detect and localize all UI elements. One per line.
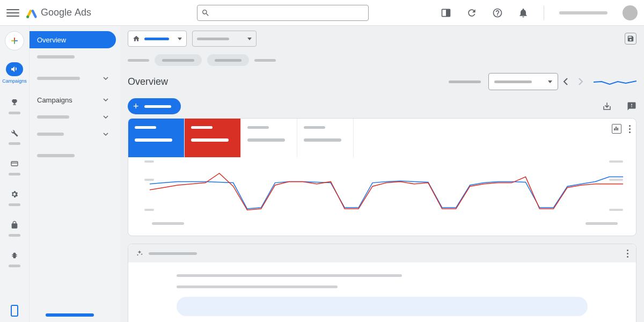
- rail-bug[interactable]: [6, 248, 23, 267]
- help-icon[interactable]: [492, 8, 503, 18]
- logo[interactable]: Google Ads: [26, 7, 91, 19]
- sidebar-item[interactable]: [30, 70, 116, 87]
- title-row: Overview: [120, 69, 644, 94]
- next-period-button[interactable]: [573, 73, 588, 90]
- rail-label-placeholder: [9, 112, 20, 114]
- metric-tab[interactable]: [128, 119, 185, 157]
- filter-chips: [120, 52, 644, 69]
- rail-goals[interactable]: [6, 96, 23, 114]
- rail-billing[interactable]: [6, 157, 23, 175]
- megaphone-icon: [10, 65, 19, 74]
- text-placeholder: [177, 286, 338, 288]
- text-placeholder: [177, 274, 402, 277]
- placeholder: [149, 252, 197, 255]
- placeholder: [144, 38, 169, 40]
- svg-rect-5: [614, 128, 615, 130]
- metric-tabs: [128, 119, 636, 157]
- legend-placeholder: [586, 222, 618, 225]
- svg-point-0: [26, 15, 29, 18]
- rail-security[interactable]: [6, 218, 23, 237]
- google-ads-logo-icon: [26, 7, 38, 19]
- metric-tab[interactable]: [185, 119, 241, 157]
- svg-rect-6: [616, 127, 617, 130]
- save-view-button[interactable]: [625, 33, 636, 45]
- appearance-icon[interactable]: [441, 8, 451, 18]
- feedback-icon[interactable]: [627, 101, 636, 111]
- sidebar-item[interactable]: [30, 147, 116, 164]
- sidebar-item-label: Overview: [37, 36, 66, 44]
- placeholder: [494, 80, 532, 83]
- download-icon[interactable]: [602, 101, 612, 111]
- rail-tools[interactable]: [6, 126, 23, 145]
- rail-campaigns-label: Campaigns: [2, 78, 27, 84]
- sidebar-label-placeholder: [37, 154, 75, 157]
- chevron-down-icon: [548, 80, 552, 83]
- sidebar-item-label: Campaigns: [37, 96, 72, 104]
- sidebar-item[interactable]: [30, 126, 116, 143]
- legend-placeholder: [152, 222, 184, 225]
- menu-icon[interactable]: [6, 6, 19, 19]
- svg-rect-7: [617, 128, 618, 130]
- prev-period-button[interactable]: [558, 73, 573, 90]
- avatar[interactable]: [623, 5, 638, 20]
- insight-cta[interactable]: [177, 297, 588, 316]
- sidebar-label-placeholder: [37, 77, 80, 80]
- rail-label-placeholder: [9, 203, 20, 206]
- date-range-picker[interactable]: [488, 73, 558, 90]
- sidebar-label-placeholder: [37, 133, 64, 136]
- more-icon[interactable]: [629, 125, 631, 133]
- sidebar-item[interactable]: [30, 48, 116, 65]
- separator: [544, 5, 544, 20]
- wrench-icon: [10, 129, 19, 137]
- rail-label-placeholder: [9, 234, 20, 237]
- chevron-down-icon: [247, 38, 252, 40]
- placeholder: [162, 59, 194, 62]
- rail-label-placeholder: [9, 173, 20, 175]
- notifications-icon[interactable]: [518, 8, 529, 18]
- filter-chip[interactable]: [207, 54, 249, 66]
- metric-tab[interactable]: [241, 119, 297, 157]
- sparkline: [594, 77, 636, 86]
- logo-text: Google Ads: [41, 7, 91, 18]
- header-actions: [441, 5, 638, 20]
- sidebar-item-campaigns[interactable]: Campaigns: [30, 91, 116, 108]
- sidebar-label-placeholder: [37, 115, 69, 119]
- chevron-down-icon: [103, 76, 108, 81]
- performance-chart-card: [128, 118, 636, 236]
- metric-tab[interactable]: [297, 119, 354, 157]
- rail-label-placeholder: [9, 265, 20, 267]
- nav-rail: Campaigns: [0, 26, 29, 322]
- bug-icon: [10, 251, 19, 260]
- create-button[interactable]: [5, 31, 24, 50]
- scope-selector[interactable]: [192, 31, 257, 47]
- insights-body: [128, 262, 636, 322]
- placeholder: [144, 105, 171, 108]
- save-icon: [627, 35, 634, 42]
- chart-icon: [613, 126, 619, 131]
- refresh-icon[interactable]: [466, 8, 477, 18]
- rail-admin[interactable]: [6, 187, 23, 206]
- chevron-down-icon: [103, 131, 108, 137]
- account-selector[interactable]: [128, 31, 187, 47]
- sidebar-item-overview[interactable]: Overview: [30, 31, 116, 48]
- app-header: Google Ads: [0, 0, 644, 26]
- sidebar-item[interactable]: [30, 108, 116, 126]
- more-icon[interactable]: [627, 250, 628, 258]
- chevron-down-icon: [178, 38, 182, 40]
- chart-area: [128, 157, 636, 227]
- insights-card: [128, 244, 636, 322]
- filter-chip[interactable]: [155, 54, 202, 66]
- svg-rect-2: [446, 9, 450, 16]
- search-input[interactable]: [197, 5, 369, 21]
- page-title: Overview: [128, 76, 168, 87]
- home-icon: [133, 35, 140, 42]
- rail-label-placeholder: [9, 142, 20, 145]
- rail-campaigns[interactable]: Campaigns: [2, 62, 27, 84]
- context-bar: [120, 26, 644, 52]
- expand-icon[interactable]: [612, 124, 621, 134]
- search-icon: [201, 9, 210, 17]
- device-icon[interactable]: [11, 305, 18, 317]
- sidebar-bottom-placeholder: [46, 313, 94, 317]
- plus-icon: [9, 35, 20, 46]
- new-campaign-button[interactable]: +: [128, 98, 181, 114]
